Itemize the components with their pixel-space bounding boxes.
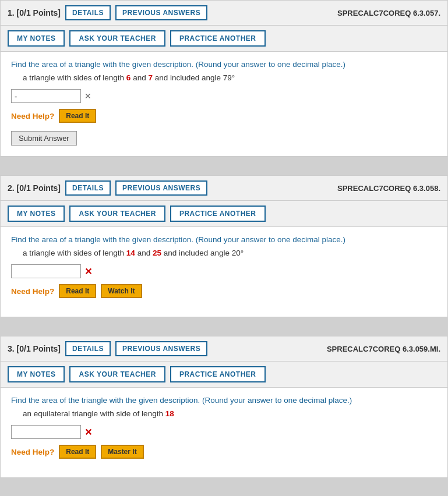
problem-code-1: SPRECALC7COREQ 6.3.057.	[337, 9, 440, 17]
problem-code-3: SPRECALC7COREQ 6.3.059.MI.	[327, 345, 440, 353]
my-notes-button-2[interactable]: MY NOTES	[8, 206, 65, 222]
my-notes-button-3[interactable]: MY NOTES	[8, 366, 65, 382]
action-bar-1: MY NOTESASK YOUR TEACHERPRACTICE ANOTHER	[1, 26, 447, 52]
action-bar-2: MY NOTESASK YOUR TEACHERPRACTICE ANOTHER	[1, 201, 447, 227]
problem-code-2: SPRECALC7COREQ 6.3.058.	[337, 184, 440, 193]
need-help-label-3: Need Help?	[11, 448, 54, 456]
help-button-3-0[interactable]: Read It	[59, 445, 96, 459]
need-help-label-1: Need Help?	[11, 112, 54, 121]
problem-header-2: 2. [0/1 Points]DETAILSPREVIOUS ANSWERSSP…	[1, 176, 447, 201]
answer-row-3: ✕	[11, 425, 437, 439]
my-notes-button-1[interactable]: MY NOTES	[8, 30, 65, 47]
problem-block-2: 2. [0/1 Points]DETAILSPREVIOUS ANSWERSSP…	[0, 175, 448, 317]
spacer-1	[0, 164, 448, 175]
problem-header-3: 3. [0/1 Points]DETAILSPREVIOUS ANSWERSSP…	[1, 336, 447, 362]
details-button-1[interactable]: DETAILS	[65, 5, 111, 20]
problem-body-2: Find the area of a triangle with the giv…	[1, 227, 447, 317]
problem-description-1: Find the area of a triangle with the giv…	[11, 60, 437, 69]
answer-row-2: ✕	[11, 264, 437, 278]
wrong-mark-3: ✕	[84, 427, 92, 438]
problem-block-3: 3. [0/1 Points]DETAILSPREVIOUS ANSWERSSP…	[0, 336, 448, 478]
details-button-2[interactable]: DETAILS	[65, 180, 111, 196]
ask-teacher-button-3[interactable]: ASK YOUR TEACHER	[69, 366, 165, 382]
problem-specific-2: a triangle with sides of length 14 and 2…	[11, 249, 437, 257]
previous-answers-button-3[interactable]: PREVIOUS ANSWERS	[115, 341, 207, 356]
num-14: 14	[126, 249, 135, 257]
submit-row-1: Submit Answer	[11, 131, 437, 146]
problem-specific-3: an equilateral triangle with side of len…	[11, 409, 437, 418]
problem-description-3: Find the area of the triangle with the g…	[11, 396, 437, 405]
num-25: 25	[153, 249, 161, 257]
need-help-row-1: Need Help?Read It	[11, 109, 437, 123]
num-18: 18	[165, 409, 174, 418]
problem-number-2: 2. [0/1 Points]	[8, 183, 61, 193]
previous-answers-button-1[interactable]: PREVIOUS ANSWERS	[115, 5, 207, 20]
problem-header-1: 1. [0/1 Points]DETAILSPREVIOUS ANSWERSSP…	[1, 1, 447, 26]
need-help-label-2: Need Help?	[11, 287, 54, 296]
help-button-2-1[interactable]: Watch It	[101, 284, 142, 298]
practice-another-button-3[interactable]: PRACTICE ANOTHER	[170, 366, 266, 382]
problem-description-2: Find the area of a triangle with the giv…	[11, 235, 437, 244]
problem-number-3: 3. [0/1 Points]	[8, 344, 61, 353]
problem-block-1: 1. [0/1 Points]DETAILSPREVIOUS ANSWERSSP…	[0, 0, 448, 157]
answer-row-1: ✕	[11, 89, 437, 103]
spacer-2	[0, 324, 448, 336]
answer-input-3[interactable]	[11, 425, 81, 439]
answer-input-1[interactable]	[11, 89, 81, 103]
wrong-mark-2: ✕	[84, 266, 92, 277]
problem-body-1: Find the area of a triangle with the giv…	[1, 52, 447, 156]
help-button-2-0[interactable]: Read It	[59, 284, 96, 298]
ask-teacher-button-1[interactable]: ASK YOUR TEACHER	[69, 30, 165, 47]
details-button-3[interactable]: DETAILS	[65, 341, 111, 356]
need-help-row-3: Need Help?Read ItMaster It	[11, 445, 437, 459]
num-6: 6	[126, 73, 131, 82]
action-bar-3: MY NOTESASK YOUR TEACHERPRACTICE ANOTHER	[1, 362, 447, 388]
clear-icon-1[interactable]: ✕	[84, 91, 91, 101]
problem-body-3: Find the area of the triangle with the g…	[1, 388, 447, 477]
num-7: 7	[148, 73, 153, 82]
help-button-3-1[interactable]: Master It	[101, 445, 143, 459]
problem-number-1: 1. [0/1 Points]	[8, 8, 61, 17]
practice-another-button-2[interactable]: PRACTICE ANOTHER	[170, 206, 266, 222]
ask-teacher-button-2[interactable]: ASK YOUR TEACHER	[69, 206, 165, 222]
previous-answers-button-2[interactable]: PREVIOUS ANSWERS	[115, 180, 207, 196]
help-button-1-0[interactable]: Read It	[59, 109, 96, 123]
problem-specific-1: a triangle with sides of length 6 and 7 …	[11, 73, 437, 82]
need-help-row-2: Need Help?Read ItWatch It	[11, 284, 437, 298]
submit-button-1[interactable]: Submit Answer	[11, 131, 77, 146]
answer-input-2[interactable]	[11, 264, 81, 278]
practice-another-button-1[interactable]: PRACTICE ANOTHER	[170, 30, 266, 47]
